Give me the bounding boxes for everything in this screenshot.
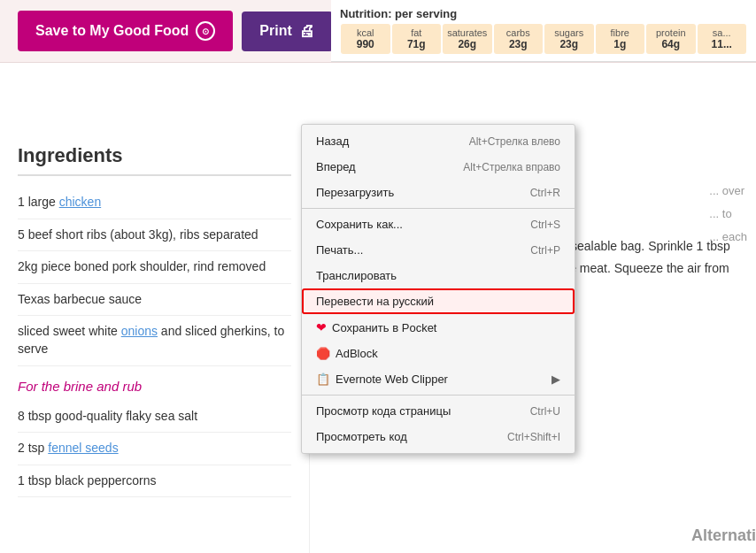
subsection-title: For the brine and rub	[18, 379, 291, 394]
ctx-view-source[interactable]: Просмотр кода страницы Ctrl+U	[302, 398, 575, 424]
printer-icon: 🖨	[299, 22, 315, 41]
ctx-pocket-label: Сохранить в Pocket	[332, 321, 436, 334]
ctx-separator-2	[302, 395, 575, 396]
onions-link[interactable]: onions	[121, 324, 158, 338]
ctx-print[interactable]: Печать... Ctrl+P	[302, 237, 575, 263]
list-item: 5 beef short ribs (about 3kg), ribs sepa…	[18, 219, 291, 252]
evernote-arrow-icon: ▶	[552, 373, 560, 386]
ctx-back-label: Назад	[316, 134, 349, 148]
nutrition-protein: protein 64g	[646, 24, 696, 54]
ctx-cast-label: Транслировать	[316, 269, 397, 282]
top-bar: Save to My Good Food ⊙ Print 🖨 Nutrition…	[0, 0, 756, 63]
context-menu: Назад Alt+Стрелка влево Вперед Alt+Стрел…	[301, 124, 575, 454]
save-label: Save to My Good Food	[35, 23, 189, 39]
nutrition-title: Nutrition: per serving	[340, 7, 747, 20]
chicken-link[interactable]: chicken	[59, 195, 101, 209]
alternati-label: Alternati	[691, 526, 756, 545]
left-panel: Ingredients 1 large chicken 5 beef short…	[0, 127, 310, 553]
ctx-view-source-shortcut: Ctrl+U	[530, 405, 560, 418]
ctx-print-shortcut: Ctrl+P	[530, 244, 560, 257]
list-item: 1 large chicken	[18, 187, 291, 219]
ctx-cast[interactable]: Транслировать	[302, 263, 575, 288]
list-item: 2 tsp fennel seeds	[18, 433, 291, 465]
save-icon: ⊙	[196, 21, 215, 41]
pocket-icon: ❤	[316, 320, 327, 334]
ctx-forward-shortcut: Alt+Стрелка вправо	[463, 161, 560, 173]
ctx-print-label: Печать...	[316, 243, 363, 257]
list-item: Texas barbecue sauce	[18, 284, 291, 317]
fennel-link[interactable]: fennel seeds	[48, 441, 118, 455]
print-button[interactable]: Print 🖨	[242, 12, 332, 51]
list-item: 8 tbsp good-quality flaky sea salt	[18, 401, 291, 434]
ctx-save-as-label: Сохранить как...	[316, 218, 403, 231]
nutrition-columns: kcal 990 fat 71g saturates 26g carbs 23g…	[340, 24, 747, 54]
ctx-evernote[interactable]: 📋 Evernote Web Clipper ▶	[302, 366, 575, 392]
ctx-inspect[interactable]: Просмотреть код Ctrl+Shift+I	[302, 424, 575, 449]
ctx-inspect-label: Просмотреть код	[316, 430, 407, 443]
ingredients-title: Ingredients	[18, 144, 291, 176]
nutrition-saturates: saturates 26g	[443, 24, 492, 54]
ctx-reload-shortcut: Ctrl+R	[530, 187, 560, 199]
ctx-separator-1	[302, 208, 575, 209]
save-button[interactable]: Save to My Good Food ⊙	[18, 11, 233, 51]
evernote-icon: 📋	[316, 373, 330, 386]
list-item: 1 tbsp black peppercorns	[18, 465, 291, 498]
ctx-adblock[interactable]: 🛑 AdBlock	[302, 341, 575, 366]
nutrition-carbs: carbs 23g	[494, 24, 544, 54]
nutrition-fibre: fibre 1g	[596, 24, 645, 54]
right-side-blur: ... over... to... each	[709, 180, 747, 249]
ctx-forward-label: Вперед	[316, 160, 356, 173]
ctx-reload[interactable]: Перезагрузить Ctrl+R	[302, 180, 575, 205]
print-label: Print	[259, 23, 291, 39]
ctx-adblock-label: AdBlock	[336, 347, 378, 360]
ctx-back[interactable]: Назад Alt+Стрелка влево	[302, 128, 575, 154]
ctx-translate[interactable]: Перевести на русский	[302, 288, 575, 314]
adblock-icon: 🛑	[316, 347, 330, 360]
ctx-pocket[interactable]: ❤ Сохранить в Pocket	[302, 314, 575, 341]
ctx-view-source-label: Просмотр кода страницы	[316, 404, 451, 418]
nutrition-fat: fat 71g	[392, 24, 442, 54]
ctx-inspect-shortcut: Ctrl+Shift+I	[507, 431, 560, 443]
nutrition-salt: sa... 11...	[698, 24, 747, 54]
ctx-evernote-label: Evernote Web Clipper	[336, 373, 448, 386]
nutrition-sugars: sugars 23g	[544, 24, 594, 54]
ctx-forward[interactable]: Вперед Alt+Стрелка вправо	[302, 154, 575, 180]
nutrition-kcal: kcal 990	[341, 24, 390, 54]
ctx-reload-label: Перезагрузить	[316, 186, 394, 199]
list-item: 2kg piece boned pork shoulder, rind remo…	[18, 251, 291, 284]
nutrition-panel: Nutrition: per serving kcal 990 fat 71g …	[331, 0, 756, 62]
ctx-translate-label: Перевести на русский	[316, 295, 434, 308]
ctx-save-as[interactable]: Сохранить как... Ctrl+S	[302, 211, 575, 237]
ctx-back-shortcut: Alt+Стрелка влево	[469, 135, 560, 148]
list-item: sliced sweet white onions and sliced ghe…	[18, 316, 291, 365]
ctx-save-as-shortcut: Ctrl+S	[530, 219, 560, 231]
